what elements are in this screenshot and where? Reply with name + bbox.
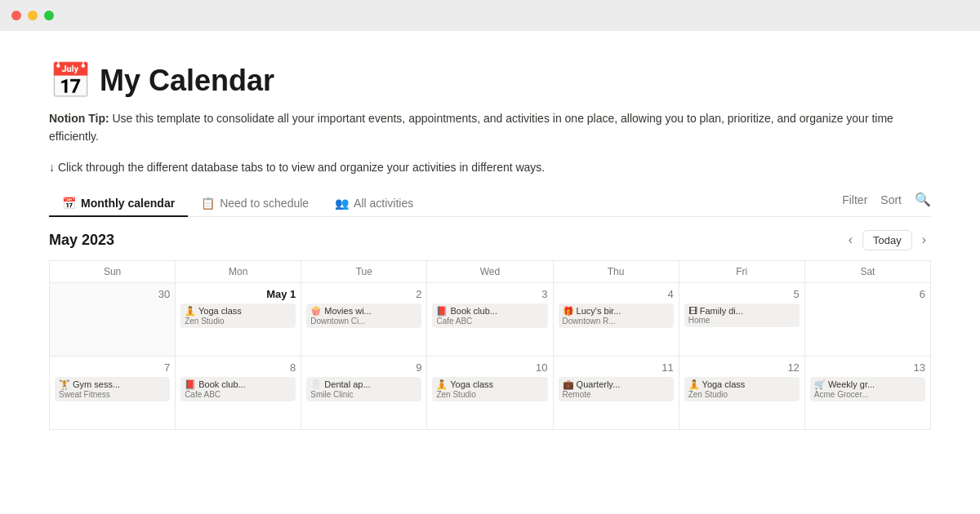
event-sub: Zen Studio (688, 390, 795, 399)
event-title: 📕 Book club... (436, 306, 543, 317)
day-number: 10 (432, 361, 547, 374)
day-header-thu: Thu (554, 261, 679, 283)
tab-activities-label: All activities (354, 197, 413, 210)
tab-all-activities[interactable]: 👥 All activities (322, 190, 426, 216)
event-gym-7[interactable]: 🏋 Gym sess... Sweat Fitness (55, 377, 170, 401)
event-title: 🧘 Yoga class (436, 379, 543, 390)
calendar-emoji-icon: 📅 (49, 64, 91, 98)
event-book-club-8[interactable]: 📕 Book club... Cafe ABC (180, 377, 296, 401)
calendar-grid: Sun Mon Tue Wed Thu Fri Sat 30 May 1 🧘 Y… (49, 260, 931, 430)
cal-day-6[interactable]: 6 (805, 283, 931, 357)
minimize-button[interactable] (28, 11, 38, 20)
day-header-tue: Tue (301, 261, 427, 283)
cal-day-8[interactable]: 8 📕 Book club... Cafe ABC (176, 357, 301, 430)
next-month-button[interactable]: › (917, 231, 931, 249)
event-title: 🧘 Yoga class (185, 306, 292, 317)
event-sub: Acme Grocer... (814, 390, 921, 399)
event-yoga-may1[interactable]: 🧘 Yoga class Zen Studio (180, 304, 296, 328)
event-family-dinner[interactable]: 🎞 Family di... Home (684, 304, 800, 327)
day-number: 9 (306, 361, 421, 374)
maximize-button[interactable] (44, 11, 54, 20)
tabs-left: 📅 Monthly calendar 📋 Need to schedule 👥 … (49, 190, 842, 216)
event-yoga-10[interactable]: 🧘 Yoga class Zen Studio (432, 377, 547, 401)
day-number: 11 (559, 361, 674, 374)
cal-day-7[interactable]: 7 🏋 Gym sess... Sweat Fitness (50, 357, 176, 430)
month-title: May 2023 (49, 232, 114, 249)
filter-button[interactable]: Filter (842, 193, 867, 206)
event-yoga-12[interactable]: 🧘 Yoga class Zen Studio (684, 377, 800, 401)
notion-tip-label: Notion Tip: (49, 112, 109, 125)
event-title: 🎞 Family di... (688, 306, 795, 316)
event-quarterly[interactable]: 💼 Quarterly... Remote (559, 377, 674, 401)
cal-day-5[interactable]: 5 🎞 Family di... Home (679, 283, 805, 357)
event-title: 🏋 Gym sess... (59, 379, 166, 390)
cal-day-12[interactable]: 12 🧘 Yoga class Zen Studio (679, 357, 805, 430)
close-button[interactable] (11, 11, 21, 20)
cal-day-may1[interactable]: May 1 🧘 Yoga class Zen Studio (176, 283, 301, 357)
sort-button[interactable]: Sort (880, 193, 902, 206)
event-title: 💼 Quarterly... (563, 379, 670, 390)
event-book-club-3[interactable]: 📕 Book club... Cafe ABC (432, 304, 547, 328)
page-header: 📅 My Calendar (49, 64, 931, 98)
today-button[interactable]: Today (862, 230, 912, 250)
cal-day-9[interactable]: 9 🦷 Dental ap... Smile Clinic (301, 357, 427, 430)
prev-month-button[interactable]: ‹ (844, 231, 858, 249)
tab-schedule-label: Need to schedule (220, 197, 309, 210)
monthly-calendar-tab-icon: 📅 (62, 197, 76, 210)
cal-day-4[interactable]: 4 🎁 Lucy's bir... Downtown R... (554, 283, 679, 357)
tab-monthly-calendar[interactable]: 📅 Monthly calendar (49, 190, 188, 216)
notion-tip-text: Use this template to consolidate all you… (49, 112, 893, 143)
event-movies[interactable]: 🍿 Movies wi... Downtown Ci... (306, 304, 421, 328)
day-number: May 1 (180, 288, 296, 300)
day-header-mon: Mon (176, 261, 301, 283)
need-to-schedule-tab-icon: 📋 (201, 197, 215, 210)
cal-day-11[interactable]: 11 💼 Quarterly... Remote (554, 357, 679, 430)
day-header-sat: Sat (805, 261, 931, 283)
day-number: 13 (810, 361, 925, 374)
event-title: 🧘 Yoga class (688, 379, 795, 390)
sort-label: Sort (880, 193, 902, 206)
filter-label: Filter (842, 193, 867, 206)
event-title: 🛒 Weekly gr... (814, 379, 921, 390)
event-sub: Remote (563, 390, 670, 399)
event-title: 🍿 Movies wi... (310, 306, 417, 317)
event-sub: Zen Studio (185, 317, 292, 326)
event-dental[interactable]: 🦷 Dental ap... Smile Clinic (306, 377, 421, 401)
day-number: 8 (180, 361, 296, 374)
event-sub: Home (688, 316, 795, 325)
cal-day-2[interactable]: 2 🍿 Movies wi... Downtown Ci... (301, 283, 427, 357)
day-number: 4 (559, 288, 674, 300)
event-title: 🎁 Lucy's bir... (563, 306, 670, 317)
main-content: 📅 My Calendar Notion Tip: Use this templ… (0, 31, 980, 514)
event-sub: Downtown Ci... (310, 317, 417, 326)
event-birthday[interactable]: 🎁 Lucy's bir... Downtown R... (559, 304, 674, 328)
day-header-fri: Fri (679, 261, 805, 283)
event-sub: Zen Studio (436, 390, 543, 399)
day-number: 2 (306, 288, 421, 300)
page-title: My Calendar (100, 64, 274, 98)
event-sub: Smile Clinic (310, 390, 417, 399)
click-tip: ↓ Click through the different database t… (49, 161, 931, 174)
event-title: 📕 Book club... (185, 379, 292, 390)
all-activities-tab-icon: 👥 (335, 197, 349, 210)
event-sub: Cafe ABC (436, 317, 543, 326)
tabs-actions: Filter Sort 🔍 (842, 192, 931, 214)
day-number: 30 (55, 288, 170, 300)
search-button[interactable]: 🔍 (915, 192, 931, 207)
day-number: 3 (432, 288, 547, 300)
day-number: 12 (684, 361, 800, 374)
day-number: 5 (684, 288, 800, 300)
day-number: 7 (55, 361, 170, 374)
nav-controls: ‹ Today › (844, 230, 931, 250)
event-weekly-grocery[interactable]: 🛒 Weekly gr... Acme Grocer... (810, 377, 925, 401)
cal-day-13[interactable]: 13 🛒 Weekly gr... Acme Grocer... (805, 357, 931, 430)
cal-day-10[interactable]: 10 🧘 Yoga class Zen Studio (427, 357, 553, 430)
cal-day-3[interactable]: 3 📕 Book club... Cafe ABC (427, 283, 553, 357)
event-sub: Downtown R... (563, 317, 670, 326)
cal-day-30[interactable]: 30 (50, 283, 176, 357)
tab-need-to-schedule[interactable]: 📋 Need to schedule (188, 190, 322, 216)
event-title: 🦷 Dental ap... (310, 379, 417, 390)
day-header-sun: Sun (50, 261, 176, 283)
event-sub: Cafe ABC (185, 390, 292, 399)
tabs-bar: 📅 Monthly calendar 📋 Need to schedule 👥 … (49, 190, 931, 217)
